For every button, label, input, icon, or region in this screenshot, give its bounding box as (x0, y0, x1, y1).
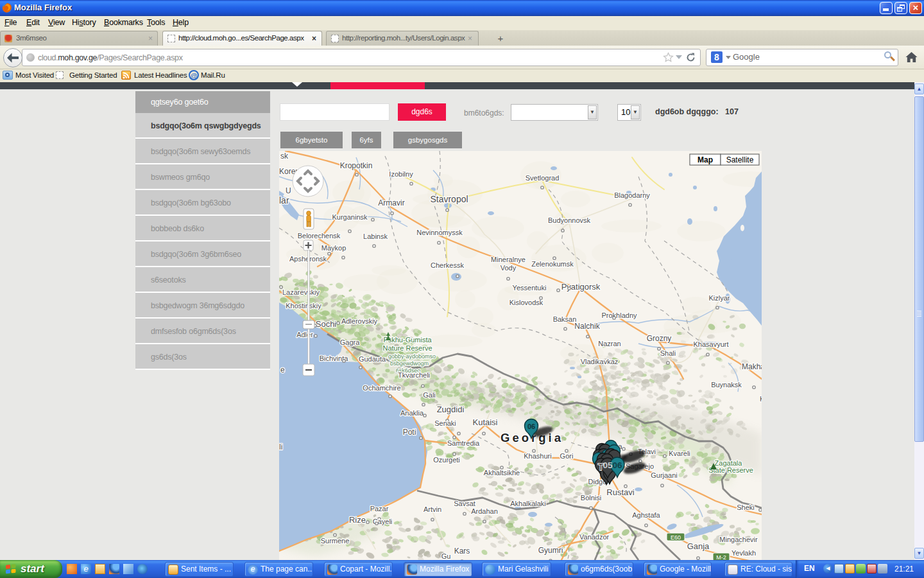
svg-text:Adler: Adler (296, 331, 313, 338)
svg-text:Gori: Gori (560, 452, 574, 460)
svg-text:Pskhu-Gumista: Pskhu-Gumista (383, 336, 432, 344)
svg-text:Kutaisi: Kutaisi (472, 417, 497, 427)
svg-text:Satellite: Satellite (726, 155, 754, 164)
svg-text:Vody: Vody (501, 264, 517, 272)
svg-text:Tkvarcheli: Tkvarcheli (398, 371, 430, 379)
svg-text:Stavropol: Stavropol (430, 194, 468, 204)
svg-text:Baksan: Baksan (553, 315, 577, 323)
svg-text:Khostinskiy: Khostinskiy (286, 302, 321, 310)
svg-text:Shali: Shali (660, 349, 676, 357)
svg-text:Samtredia: Samtredia (447, 439, 480, 447)
svg-text:Nalchik: Nalchik (574, 322, 600, 331)
svg-text:Kurganinsk: Kurganinsk (332, 213, 368, 221)
svg-text:Nazran: Nazran (598, 340, 620, 347)
svg-text:U: U (286, 186, 291, 195)
svg-text:Gurjaani: Gurjaani (651, 471, 678, 479)
svg-text:Zugdidi: Zugdidi (437, 405, 465, 414)
svg-text:sk: sk (280, 152, 289, 161)
svg-text:Akhalkalaki: Akhalkalaki (510, 500, 546, 507)
svg-text:Rize: Rize (349, 515, 366, 525)
svg-text:Gudauta: Gudauta (359, 355, 386, 363)
svg-text:Belorechensk: Belorechensk (298, 232, 341, 240)
svg-text:Mineralnye: Mineralnye (491, 256, 526, 263)
svg-text:06: 06 (527, 423, 535, 430)
svg-text:Pyatigorsk: Pyatigorsk (561, 282, 601, 292)
svg-text:Nature Reserve: Nature Reserve (382, 344, 432, 352)
svg-text:Cherkessk: Cherkessk (431, 261, 464, 269)
svg-text:Aghstafa: Aghstafa (632, 511, 660, 519)
svg-text:Nevinnomyssk: Nevinnomyssk (416, 229, 463, 236)
svg-text:Vladikavkaz: Vladikavkaz (581, 358, 619, 365)
svg-text:Blagodarny: Blagodarny (614, 191, 650, 199)
svg-text:Ganja: Ganja (687, 541, 710, 551)
svg-text:Svetlograd: Svetlograd (526, 174, 560, 182)
svg-text:Gali: Gali (423, 391, 436, 399)
svg-text:Grozny: Grozny (647, 334, 672, 343)
svg-text:M-2: M-2 (716, 554, 726, 560)
svg-text:Bolnisi: Bolnisi (581, 494, 601, 502)
svg-text:Maykop: Maykop (321, 244, 346, 252)
svg-text:Kars: Kars (454, 547, 470, 556)
svg-text:Khashuri: Khashuri (524, 452, 551, 460)
svg-text:Map: Map (697, 155, 713, 164)
svg-text:Kislovodsk: Kislovodsk (509, 299, 543, 306)
svg-text:06: 06 (612, 460, 622, 470)
svg-text:Surmene: Surmene (321, 537, 350, 545)
svg-text:Buynaksk: Buynaksk (711, 381, 742, 389)
svg-text:Zelenokumsk: Zelenokumsk (531, 260, 574, 268)
svg-text:Kropotkin: Kropotkin (340, 161, 373, 170)
svg-text:Gu: Gu (441, 552, 451, 560)
svg-text:lar: lar (279, 195, 289, 206)
svg-text:Labinsk: Labinsk (363, 232, 388, 240)
svg-text:Kizlyar: Kizlyar (708, 294, 730, 302)
svg-text:Kvareli: Kvareli (669, 450, 690, 457)
svg-text:E60: E60 (671, 534, 681, 541)
svg-text:Prokhladny: Prokhladny (601, 311, 637, 319)
svg-text:Sheki: Sheki (737, 504, 755, 511)
svg-text:Poti: Poti (403, 428, 416, 437)
svg-text:Akhaltsikhe: Akhaltsikhe (484, 469, 520, 477)
svg-text:Savsat: Savsat (454, 500, 475, 507)
svg-text:Yessentuki: Yessentuki (513, 284, 547, 292)
svg-text:Mingachevir: Mingachevir (719, 536, 758, 543)
svg-text:Makha: Makha (742, 362, 762, 371)
svg-text:Yevlakh: Yevlakh (732, 549, 756, 557)
svg-text:Pazar: Pazar (370, 505, 389, 512)
svg-text:Khasavyurt: Khasavyurt (693, 340, 728, 348)
svg-text:K: K (760, 395, 762, 403)
svg-text:bsbgewdwogm: bsbgewdwogm (390, 360, 429, 367)
svg-text:Artvin: Artvin (424, 505, 441, 513)
svg-text:Gyumri: Gyumri (538, 546, 563, 555)
svg-text:Izobilny: Izobilny (389, 170, 413, 178)
svg-text:Rustavi: Rustavi (606, 487, 634, 497)
svg-text:Anaklia: Anaklia (400, 409, 424, 417)
svg-text:Ochamchire: Ochamchire (363, 384, 400, 392)
svg-text:Sochi: Sochi (316, 319, 337, 329)
svg-text:gobby-aydobomso: gobby-aydobomso (388, 353, 436, 360)
svg-text:Armavir: Armavir (378, 198, 404, 207)
svg-text:Budyonnovsk: Budyonnovsk (548, 216, 591, 224)
svg-text:Ardahan: Ardahan (471, 507, 498, 515)
svg-text:li: li (279, 442, 282, 451)
svg-text:Ozurgeti: Ozurgeti (433, 456, 460, 464)
svg-text:e: e (280, 365, 285, 374)
svg-text:Lazarevskiy: Lazarevskiy (282, 288, 320, 296)
svg-text:Gagra: Gagra (340, 338, 360, 346)
svg-text:Vanadzor: Vanadzor (579, 533, 610, 541)
svg-text:Adlerovskiy: Adlerovskiy (341, 317, 378, 325)
svg-text:Senaki: Senaki (434, 419, 456, 427)
svg-text:05: 05 (603, 460, 613, 470)
svg-text:T: T (598, 462, 604, 472)
